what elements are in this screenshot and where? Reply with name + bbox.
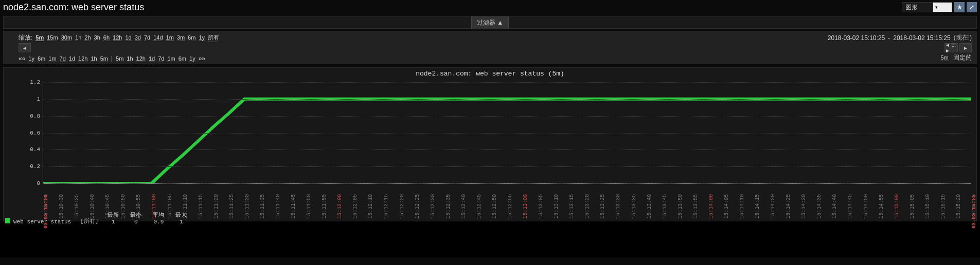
y-tick: 1 — [23, 96, 40, 102]
nav-shift-back-1m[interactable]: 1m — [48, 55, 56, 62]
fixed-current[interactable]: 5m — [940, 54, 948, 61]
chart-plot[interactable]: 00.20.40.60.811.215:10:2515:10:3015:10:3… — [43, 82, 971, 184]
zoom-option-7d[interactable]: 7d — [144, 34, 150, 41]
zoom-option-3h[interactable]: 3h — [94, 34, 100, 41]
zoom-option-3m[interactable]: 3m — [177, 34, 185, 41]
zoom-option-1d[interactable]: 1d — [125, 34, 131, 41]
zoom-label: 缩放: — [19, 33, 32, 42]
chevron-down-icon: ▾ — [933, 3, 952, 12]
y-tick: 0.4 — [23, 146, 40, 153]
zoom-option-2h[interactable]: 2h — [84, 34, 91, 41]
y-tick: 1.2 — [23, 79, 40, 85]
timerange-now: (现在!) — [954, 33, 972, 42]
title-bar: node2.san.com: web server status 图形 ▾ ★ … — [0, 0, 980, 14]
chart-legend: web server status [所有] 最新1最小0平均0.9最大1 — [5, 211, 975, 225]
nav-shift-fwd-7d[interactable]: 7d — [158, 55, 164, 62]
legend-stat-最小: 最小0 — [130, 211, 141, 225]
fullscreen-icon[interactable]: ⤢ — [967, 2, 977, 12]
page-title: node2.san.com: web server status — [3, 2, 144, 13]
star-icon[interactable]: ★ — [954, 2, 965, 12]
graph-panel: node2.san.com: web server status (5m) 00… — [3, 67, 977, 221]
filter-toggle-button[interactable]: 过滤器 ▲ — [471, 16, 509, 29]
zoom-bar: 缩放: 5m15m30m1h2h3h6h12h1d3d7d14d1m3m6m1y… — [3, 31, 977, 43]
timerange-to: 2018-03-02 15:15:25 — [893, 34, 950, 42]
nav-next-button[interactable]: ► — [959, 43, 972, 52]
nav-shift-fwd-1d[interactable]: 1d — [149, 55, 155, 62]
legend-stat-平均: 平均0.9 — [153, 211, 164, 225]
series-line — [43, 99, 971, 183]
nav-shift-fwd-1h[interactable]: 1h — [127, 55, 133, 62]
legend-stat-最新: 最新1 — [108, 211, 119, 225]
nav-shift-fwd-12h[interactable]: 12h — [136, 55, 146, 62]
view-mode-select[interactable]: 图形 ▾ — [902, 2, 952, 12]
nav-bar: ◄ ««1y6m1m7d1d12h1h5m|5m1h12h1d7d1m6m1y»… — [3, 43, 977, 64]
nav-prev-button[interactable]: ◄ — [19, 43, 31, 52]
zoom-option-3d[interactable]: 3d — [135, 34, 141, 41]
legend-stat-最大: 最大1 — [175, 211, 187, 225]
zoom-option-5m[interactable]: 5m — [35, 34, 44, 41]
legend-series-name: web server status — [13, 219, 71, 225]
nav-shift-back-1d[interactable]: 1d — [69, 55, 75, 62]
legend-scope: [所有] — [80, 217, 98, 225]
nav-shift-fwd-5m[interactable]: 5m — [116, 55, 123, 62]
filter-bar: 过滤器 ▲ — [3, 16, 977, 29]
zoom-option-1m[interactable]: 1m — [166, 34, 174, 41]
zoom-option-6h[interactable]: 6h — [103, 34, 110, 41]
fixed-label: 固定的 — [953, 54, 972, 61]
nav-shift-fwd-1y[interactable]: 1y — [189, 55, 195, 62]
nav-shift-back-5m[interactable]: 5m — [100, 55, 108, 62]
zoom-option-6m[interactable]: 6m — [188, 34, 195, 41]
nav-zoom-button[interactable]: ◄ ::: ► — [945, 43, 958, 52]
nav-shift-back-1h[interactable]: 1h — [91, 55, 97, 62]
nav-shift-back-1y[interactable]: 1y — [28, 55, 34, 62]
nav-shift-back-7d[interactable]: 7d — [60, 55, 66, 62]
chart-title: node2.san.com: web server status (5m) — [4, 68, 976, 80]
y-tick: 0.8 — [23, 113, 40, 119]
nav-shift-fwd-6m[interactable]: 6m — [179, 55, 186, 62]
zoom-option-14d[interactable]: 14d — [153, 34, 163, 41]
y-tick: 0 — [23, 180, 40, 186]
nav-shift-fwd-1m[interactable]: 1m — [167, 55, 175, 62]
y-tick: 0.2 — [23, 163, 40, 169]
zoom-option-1h[interactable]: 1h — [75, 34, 81, 41]
nav-shift-back-12h[interactable]: 12h — [78, 55, 87, 62]
zoom-option-15m[interactable]: 15m — [47, 34, 58, 41]
zoom-option-所有[interactable]: 所有 — [208, 34, 219, 42]
y-tick: 0.6 — [23, 130, 40, 136]
nav-shift-back-6m[interactable]: 6m — [38, 55, 45, 62]
zoom-option-12h[interactable]: 12h — [113, 34, 122, 41]
legend-color-swatch — [5, 218, 10, 223]
timerange-from: 2018-03-02 15:10:25 — [828, 34, 885, 42]
zoom-option-30m[interactable]: 30m — [61, 34, 72, 41]
zoom-option-1y[interactable]: 1y — [199, 34, 205, 41]
